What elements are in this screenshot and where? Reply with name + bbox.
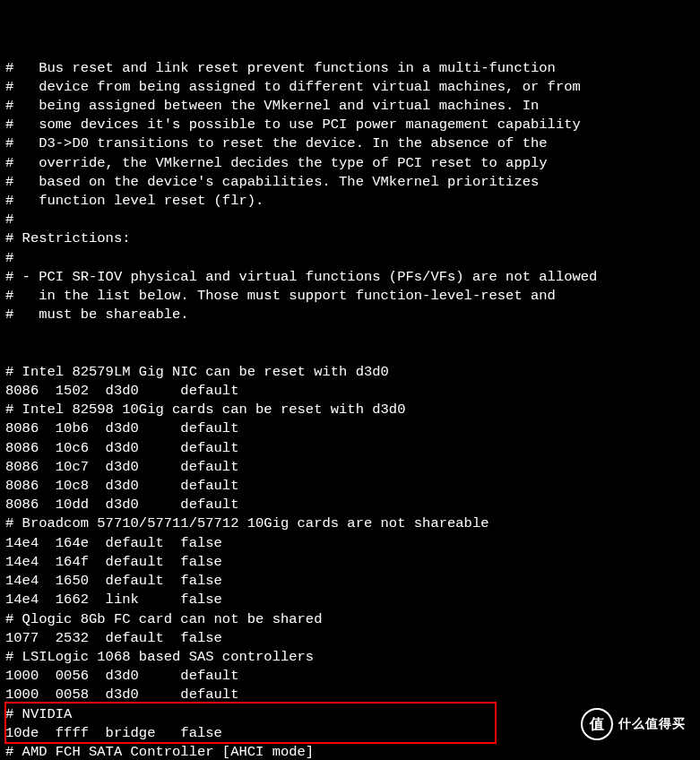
terminal-line: # in the list below. Those must support … [5, 287, 695, 306]
terminal-line: 1000 0056 d3d0 default [5, 667, 695, 686]
terminal-line: # [5, 249, 695, 268]
terminal-line: # Intel 82579LM Gig NIC can be reset wit… [5, 363, 695, 382]
terminal-line [5, 324, 695, 343]
terminal-line: # device from being assigned to differen… [5, 78, 695, 97]
terminal-line: # Restrictions: [5, 229, 695, 248]
terminal-line: 8086 1502 d3d0 default [5, 382, 695, 401]
terminal-line: # function level reset (flr). [5, 192, 695, 211]
terminal-line: 1077 2532 default false [5, 629, 695, 648]
terminal-line: # [5, 211, 695, 229]
terminal-line: # D3->D0 transitions to reset the device… [5, 134, 695, 153]
terminal-line: # NVIDIA [5, 705, 695, 724]
terminal-line: # Bus reset and link reset prevent funct… [5, 59, 695, 78]
terminal-line: # being assigned between the VMkernel an… [5, 97, 695, 116]
terminal-line: 8086 10c8 d3d0 default [5, 477, 695, 496]
terminal-line: 8086 10dd d3d0 default [5, 496, 695, 514]
terminal-line: # some devices it's possible to use PCI … [5, 116, 695, 134]
terminal-output: # Bus reset and link reset prevent funct… [5, 59, 695, 760]
terminal-line: # - PCI SR-IOV physical and virtual func… [5, 268, 695, 287]
terminal-line: # override, the VMkernel decides the typ… [5, 154, 695, 173]
terminal-line: 14e4 1662 link false [5, 591, 695, 609]
terminal-line: 14e4 164e default false [5, 534, 695, 553]
terminal-line: # Qlogic 8Gb FC card can not be shared [5, 610, 695, 629]
terminal-line: # Broadcom 57710/57711/57712 10Gig cards… [5, 514, 695, 533]
terminal-line: 8086 10b6 d3d0 default [5, 419, 695, 438]
terminal-line: # must be shareable. [5, 306, 695, 324]
terminal-line: 14e4 1650 default false [5, 572, 695, 591]
terminal-line: 1000 0058 d3d0 default [5, 686, 695, 704]
terminal-line: 10de ffff bridge false [5, 724, 695, 743]
terminal-line: 8086 10c6 d3d0 default [5, 439, 695, 458]
terminal-line: 8086 10c7 d3d0 default [5, 458, 695, 477]
terminal-line: # Intel 82598 10Gig cards can be reset w… [5, 401, 695, 419]
terminal-line: # LSILogic 1068 based SAS controllers [5, 648, 695, 667]
terminal-line: # AMD FCH SATA Controller [AHCI mode] [5, 743, 695, 760]
terminal-line: 14e4 164f default false [5, 553, 695, 572]
terminal-line [5, 344, 695, 363]
terminal-line: # based on the device's capabilities. Th… [5, 173, 695, 192]
